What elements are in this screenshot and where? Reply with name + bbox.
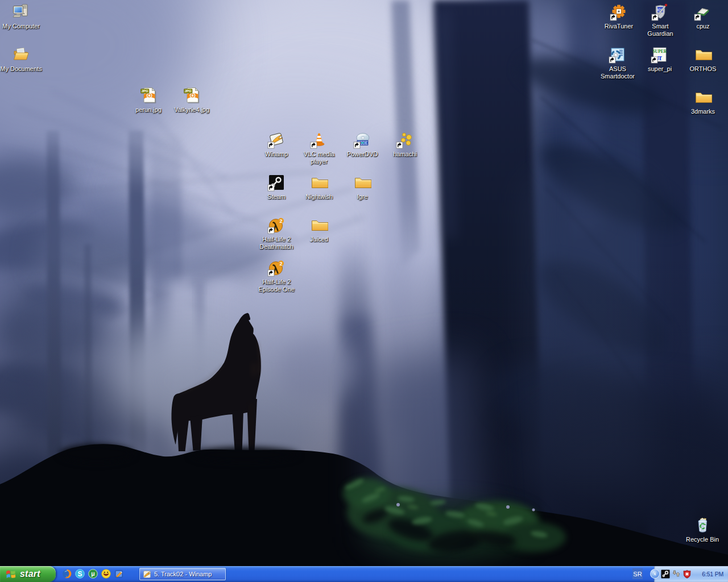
- svg-text:JPG: JPG: [185, 89, 192, 93]
- svg-text:2: 2: [279, 261, 282, 267]
- svg-text:π: π: [657, 53, 662, 62]
- svg-text:S: S: [77, 570, 82, 578]
- svg-text:JPG: JPG: [142, 89, 148, 93]
- svg-text:μ: μ: [91, 570, 94, 577]
- svg-text:2: 2: [279, 218, 282, 224]
